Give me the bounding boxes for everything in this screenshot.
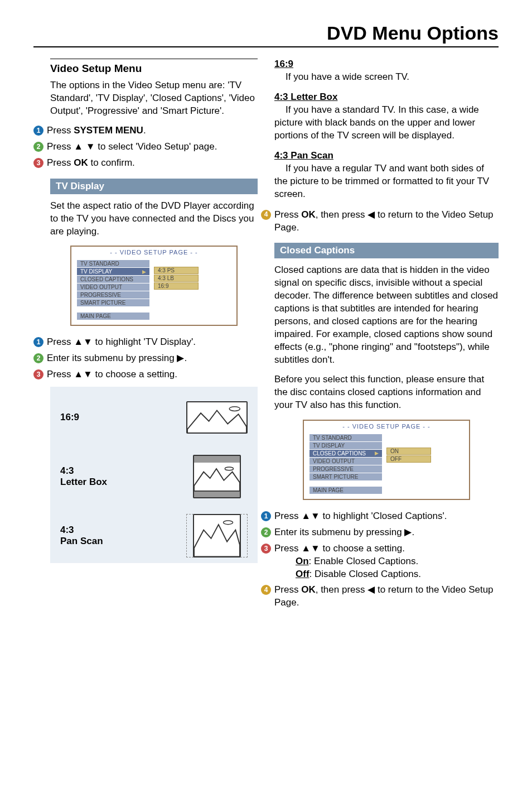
closed-captions-body-1: Closed captions are data that is hidden … <box>274 264 499 367</box>
tv-step4-a: Press <box>274 209 301 220</box>
step-num-2-icon: 2 <box>33 353 43 363</box>
svg-point-2 <box>223 521 233 525</box>
step-3: 3 Press OK to confirm. <box>33 157 258 170</box>
aspect-label-panscan: 4:3 Pan Scan <box>60 525 103 547</box>
cc-step3-a: Press ▲▼ to choose a setting. <box>274 543 405 554</box>
step-3-a: Press <box>47 157 74 168</box>
tv-step-1: 1 Press ▲▼ to highlight 'TV Display'. <box>33 336 258 349</box>
aspect-row-16-9: 16:9 <box>60 396 248 439</box>
step-num-3-icon: 3 <box>33 158 43 168</box>
ms2-main-page: MAIN PAGE <box>309 487 382 494</box>
left-column: Video Setup Menu The options in the Vide… <box>33 59 258 613</box>
right-column: 16:9 If you have a wide screen TV. 4:3 L… <box>274 59 499 613</box>
ms1-item-5: SMART PICTURE <box>77 299 149 306</box>
screenshot1-title: - - VIDEO SETUP PAGE - - <box>71 247 236 260</box>
ms1-main-page: MAIN PAGE <box>77 313 149 320</box>
tv-step-1-text: Press ▲▼ to highlight 'TV Display'. <box>47 336 196 349</box>
ms1-item-0: TV STANDARD <box>77 260 149 267</box>
mountain-icon <box>194 515 240 556</box>
step-3-text: Press OK to confirm. <box>47 157 135 170</box>
step-num-4-icon: 4 <box>261 210 271 220</box>
body-letterbox: If you have a standard TV. In this case,… <box>274 104 499 142</box>
cc-off-desc: : Disable Closed Captions. <box>309 569 421 579</box>
cc-step-4: 4 Press OK, then press ◀ to return to th… <box>261 584 499 609</box>
ms2-opt-1: OFF <box>386 455 431 463</box>
heading-letterbox: 4:3 Letter Box <box>274 92 499 103</box>
step-1-c: . <box>143 125 146 136</box>
tv-display-body: Set the aspect ratio of the DVD Player a… <box>50 200 258 238</box>
step-1: 1 Press SYSTEM MENU. <box>33 124 258 137</box>
tv-step-4: 4 Press OK, then press ◀ to return to th… <box>261 209 499 234</box>
cc-step-2-text: Enter its submenu by pressing ▶. <box>274 526 414 539</box>
ms1-opt-1: 4:3 LB <box>154 275 199 282</box>
closed-captions-body-2: Before you select this function, please … <box>274 373 499 412</box>
tv-step-3: 3 Press ▲▼ to choose a setting. <box>33 368 258 381</box>
ms1-item-2: CLOSED CAPTIONS <box>77 276 149 283</box>
ms2-item-4: PROGRESSIVE <box>309 465 382 473</box>
step-3-b: OK <box>74 157 88 168</box>
tv-step-3-text: Press ▲▼ to choose a setting. <box>47 368 177 381</box>
closed-captions-bar: Closed Captions <box>274 243 499 258</box>
mountain-icon <box>187 402 246 434</box>
tv-icon-16-9 <box>186 396 248 439</box>
step-num-3-icon: 3 <box>33 369 43 379</box>
tv-icon-letterbox <box>186 455 248 498</box>
ms1-opt-2: 16:9 <box>154 282 199 290</box>
heading-16-9: 16:9 <box>274 59 499 70</box>
step-2-text: Press ▲ ▼ to select 'Video Setup' page. <box>47 141 217 153</box>
ms2-item-5: SMART PICTURE <box>309 473 382 480</box>
ms2-item-3: VIDEO OUTPUT <box>309 458 382 465</box>
cc-on-desc: : Enable Closed Captions. <box>309 556 419 566</box>
aspect-r2a: 4:3 <box>60 465 74 476</box>
cc-step4-b: OK <box>301 584 316 595</box>
heading-panscan: 4:3 Pan Scan <box>274 150 499 161</box>
chevron-right-icon: ▶ <box>375 450 379 456</box>
step-num-2-icon: 2 <box>33 142 43 152</box>
svg-point-0 <box>229 407 240 411</box>
svg-point-1 <box>225 467 233 470</box>
tv-display-bar: TV Display <box>50 179 258 194</box>
ms1-opt-0: 4:3 PS <box>154 267 199 274</box>
aspect-ratio-box: 16:9 4:3 Letter Box <box>50 387 258 563</box>
aspect-r3b: Pan Scan <box>60 536 103 546</box>
screenshot2-title: - - VIDEO SETUP PAGE - - <box>304 421 469 434</box>
body-panscan-text: If you have a regular TV and want both s… <box>274 163 489 199</box>
ms1-item-4: PROGRESSIVE <box>77 291 149 299</box>
cc-step-2: 2 Enter its submenu by pressing ▶. <box>261 526 499 539</box>
ms1-item-1-label: TV DISPLAY <box>80 268 112 275</box>
cc-step4-a: Press <box>274 584 301 595</box>
aspect-label-letterbox: 4:3 Letter Box <box>60 465 107 488</box>
step-1-text: Press SYSTEM MENU. <box>47 124 146 137</box>
step-1-b: SYSTEM MENU <box>74 125 143 136</box>
video-setup-screenshot-cc: - - VIDEO SETUP PAGE - - TV STANDARD TV … <box>303 420 470 500</box>
tv-step4-b: OK <box>301 209 316 220</box>
ms2-opt-0: ON <box>386 448 431 455</box>
tv-step-2-text: Enter its submenu by pressing ▶. <box>47 352 187 365</box>
ms2-item-0: TV STANDARD <box>309 434 382 441</box>
tv-icon-panscan <box>186 514 248 557</box>
aspect-label-16-9: 16:9 <box>60 412 79 423</box>
video-setup-screenshot-tv-display: - - VIDEO SETUP PAGE - - TV STANDARD TV … <box>70 246 238 326</box>
cc-step-3-text: Press ▲▼ to choose a setting. On: Enable… <box>274 542 421 581</box>
cc-off-label: Off <box>296 569 309 579</box>
cc-step-4-text: Press OK, then press ◀ to return to the … <box>274 584 499 609</box>
step-3-c: to confirm. <box>88 157 135 168</box>
body-letterbox-text: If you have a standard TV. In this case,… <box>274 104 479 141</box>
aspect-row-panscan: 4:3 Pan Scan <box>60 514 248 557</box>
cc-step-1-text: Press ▲▼ to highlight 'Closed Captions'. <box>274 510 447 523</box>
step-num-4-icon: 4 <box>261 585 271 595</box>
body-panscan: If you have a regular TV and want both s… <box>274 162 499 201</box>
tv-step-4-text: Press OK, then press ◀ to return to the … <box>274 209 499 234</box>
ms2-item-1: TV DISPLAY <box>309 442 382 449</box>
ms1-item-3: VIDEO OUTPUT <box>77 283 149 291</box>
cc-on-label: On <box>296 556 309 566</box>
aspect-row-letterbox: 4:3 Letter Box <box>60 455 248 498</box>
step-num-1-icon: 1 <box>33 337 43 347</box>
aspect-r2b: Letter Box <box>60 477 107 487</box>
cc-step-3: 3 Press ▲▼ to choose a setting. On: Enab… <box>261 542 499 581</box>
step-num-1-icon: 1 <box>33 126 43 136</box>
video-setup-heading: Video Setup Menu <box>50 59 258 75</box>
body-16-9-text: If you have a wide screen TV. <box>286 71 409 82</box>
mountain-icon <box>194 456 240 497</box>
page-title: DVD Menu Options <box>33 22 499 47</box>
